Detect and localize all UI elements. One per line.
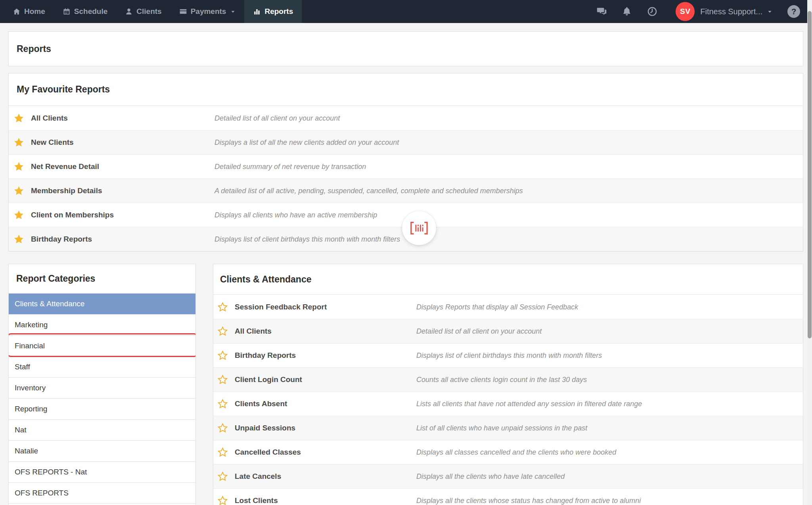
report-description: A detailed list of all active, pending, … (214, 187, 523, 195)
nav-item-label: Home (24, 7, 45, 16)
report-name[interactable]: Session Feedback Report (235, 303, 327, 311)
report-name[interactable]: Birthday Reports (31, 235, 92, 244)
nav-item-label: Reports (264, 7, 293, 16)
nav-item[interactable]: Reports (244, 0, 302, 23)
help-icon[interactable]: ? (787, 5, 800, 18)
account-label: Fitness Support... (700, 7, 762, 16)
star-outline-icon[interactable] (217, 301, 228, 312)
category-label: Marketing (15, 321, 48, 329)
star-outline-icon[interactable] (217, 399, 228, 409)
report-name[interactable]: Membership Details (31, 186, 102, 195)
chevron-down-icon (767, 9, 772, 14)
category-report-row[interactable]: Late Cancels Displays all the clients wh… (213, 464, 803, 488)
category-label: Reporting (15, 405, 47, 413)
report-name[interactable]: Birthday Reports (235, 351, 296, 360)
loading-badge (402, 211, 436, 245)
report-name[interactable]: Client Login Count (235, 375, 302, 384)
star-filled-icon[interactable] (13, 210, 24, 221)
nav-right-actions: SV Fitness Support... ? (596, 0, 812, 23)
category-reports-panel: Clients & Attendance Session Feedback Re… (213, 264, 803, 505)
star-outline-icon[interactable] (217, 374, 228, 385)
favourite-report-row[interactable]: New Clients Displays a list of all the n… (9, 130, 803, 154)
chat-icon[interactable] (596, 6, 607, 17)
account-menu[interactable]: Fitness Support... (700, 7, 772, 16)
top-navbar: Home Schedule Clients Payments (0, 0, 812, 23)
star-outline-icon[interactable] (217, 350, 228, 361)
report-description: Displays all classes cancelled and the c… (416, 448, 616, 457)
scrollbar-thumb[interactable] (808, 11, 812, 338)
category-item[interactable]: Clients & Attendance (9, 294, 195, 315)
category-label: Nat (15, 426, 27, 434)
nav-item[interactable]: Payments (170, 0, 245, 23)
category-item[interactable]: Inventory (9, 378, 195, 399)
report-name[interactable]: Client on Memberships (31, 211, 114, 219)
category-item[interactable]: Nat (9, 420, 195, 441)
category-report-row[interactable]: Clients Absent Lists all clients that ha… (213, 392, 803, 416)
page-scrollbar[interactable] (807, 0, 812, 505)
star-outline-icon[interactable] (217, 423, 228, 434)
favourite-reports-title: My Favourite Reports (9, 73, 803, 106)
favourite-report-row[interactable]: Membership Details A detailed list of al… (9, 179, 803, 203)
star-filled-icon[interactable] (13, 113, 24, 123)
clock-icon[interactable] (647, 6, 657, 17)
star-outline-icon[interactable] (217, 495, 228, 505)
category-report-row[interactable]: Session Feedback Report Displays Reports… (213, 295, 803, 319)
report-categories-panel: Report Categories Clients & Attendance M… (8, 264, 196, 505)
star-outline-icon[interactable] (217, 471, 228, 482)
star-outline-icon[interactable] (217, 326, 228, 337)
category-item[interactable]: OFS REPORTS - Nat (9, 462, 195, 483)
bar-chart-icon (253, 8, 261, 15)
calendar-icon (63, 8, 71, 15)
category-report-row[interactable]: Client Login Count Counts all active cli… (213, 367, 803, 392)
nav-item[interactable]: Schedule (54, 0, 116, 23)
main-nav: Home Schedule Clients Payments (0, 0, 302, 23)
report-description: Lists all clients that have not attended… (416, 400, 642, 408)
user-icon (125, 8, 133, 15)
report-categories-title: Report Categories (9, 264, 195, 294)
report-description: Displays a list of all the new clients a… (214, 138, 399, 147)
report-description: List of all clients who have unpaid sess… (416, 424, 587, 432)
category-report-row[interactable]: Unpaid Sessions List of all clients who … (213, 416, 803, 440)
star-filled-icon[interactable] (13, 137, 24, 148)
home-icon (13, 8, 21, 15)
category-item[interactable]: Marketing (9, 315, 195, 336)
category-item[interactable]: Staff (9, 357, 195, 378)
avatar[interactable]: SV (676, 2, 695, 21)
chevron-down-icon (230, 9, 236, 14)
report-name[interactable]: Unpaid Sessions (235, 424, 295, 432)
report-name[interactable]: Late Cancels (235, 472, 281, 481)
favourite-report-row[interactable]: Net Revenue Detail Detailed summary of n… (9, 154, 803, 179)
star-filled-icon[interactable] (13, 161, 24, 172)
nav-item-label: Clients (136, 7, 161, 16)
report-name[interactable]: Clients Absent (235, 399, 287, 408)
report-name[interactable]: New Clients (31, 138, 74, 147)
bell-icon[interactable] (622, 6, 632, 17)
report-description: Detailed list of all client on your acco… (416, 327, 542, 336)
report-name[interactable]: Cancelled Classes (235, 448, 301, 457)
category-report-row[interactable]: Lost Clients Displays all the clients wh… (213, 488, 803, 505)
category-report-row[interactable]: Birthday Reports Displays list of client… (213, 343, 803, 367)
category-label: Inventory (15, 384, 46, 392)
report-name[interactable]: All Clients (31, 114, 68, 123)
report-description: Displays list of client birthdays this m… (416, 351, 602, 360)
category-report-row[interactable]: Cancelled Classes Displays all classes c… (213, 440, 803, 464)
category-item[interactable]: Reporting (9, 399, 195, 420)
category-item[interactable]: OFS REPORTS (9, 483, 195, 504)
category-label: Clients & Attendance (15, 300, 84, 308)
nav-item[interactable]: Clients (116, 0, 170, 23)
category-report-row[interactable]: All Clients Detailed list of all client … (213, 319, 803, 343)
category-label: Financial (15, 342, 45, 350)
category-label: Staff (15, 363, 30, 371)
category-item[interactable]: Natalie (9, 441, 195, 462)
star-filled-icon[interactable] (13, 186, 24, 196)
star-filled-icon[interactable] (13, 234, 24, 245)
star-outline-icon[interactable] (217, 447, 228, 458)
category-label: OFS REPORTS - Nat (15, 468, 87, 476)
barcode-scan-icon (410, 221, 428, 235)
report-name[interactable]: All Clients (235, 327, 272, 336)
report-name[interactable]: Lost Clients (235, 496, 278, 505)
nav-item[interactable]: Home (4, 0, 54, 23)
report-name[interactable]: Net Revenue Detail (31, 162, 99, 171)
category-item[interactable]: Financial (9, 336, 195, 357)
favourite-report-row[interactable]: All Clients Detailed list of all client … (9, 106, 803, 130)
